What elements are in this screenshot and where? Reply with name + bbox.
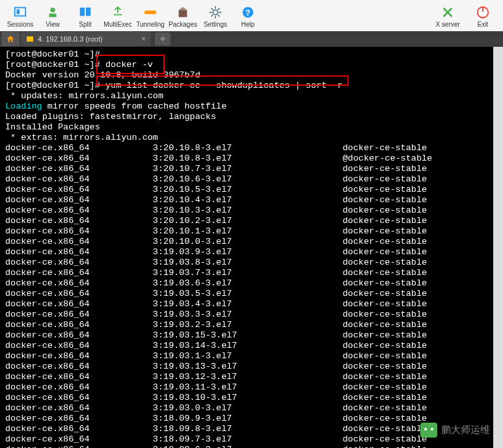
home-tab[interactable] bbox=[1, 32, 20, 46]
svg-rect-0 bbox=[15, 7, 26, 16]
svg-rect-1 bbox=[17, 9, 20, 14]
toolbar-label: Settings bbox=[204, 21, 227, 28]
svg-text:?: ? bbox=[245, 7, 251, 17]
watermark-text: 鹏大师运维 bbox=[441, 424, 490, 436]
terminal-icon bbox=[26, 35, 34, 43]
svg-rect-6 bbox=[144, 10, 156, 14]
toolbar-packages-button[interactable]: Packages bbox=[167, 1, 199, 30]
svg-point-2 bbox=[50, 7, 55, 12]
svg-rect-3 bbox=[49, 13, 57, 17]
toolbar-view-button[interactable]: View bbox=[36, 1, 69, 30]
home-icon bbox=[6, 34, 15, 44]
terminal-output[interactable]: [root@docker01 ~]# [root@docker01 ~]# do… bbox=[0, 47, 503, 448]
svg-rect-4 bbox=[80, 7, 85, 16]
settings-icon bbox=[208, 4, 223, 21]
view-icon bbox=[46, 4, 60, 21]
toolbar-label: Exit bbox=[478, 21, 489, 28]
toolbar-multiexec-button[interactable]: MultiExec bbox=[102, 1, 134, 30]
sessions-icon bbox=[13, 4, 27, 21]
multiexec-icon bbox=[111, 4, 125, 21]
watermark: 鹏大师运维 bbox=[420, 423, 490, 438]
tunneling-icon bbox=[143, 4, 157, 21]
toolbar-label: Tunneling bbox=[136, 21, 165, 28]
scrollbar[interactable] bbox=[493, 47, 503, 448]
tabs-bar: 4. 192.168.0.3 (root) × ✧ bbox=[0, 31, 503, 47]
session-tab[interactable]: 4. 192.168.0.3 (root) × bbox=[21, 32, 151, 46]
toolbar-tunneling-button[interactable]: Tunneling bbox=[134, 1, 167, 30]
wechat-icon bbox=[420, 423, 437, 438]
tab-title: 4. 192.168.0.3 (root) bbox=[38, 35, 103, 43]
toolbar-label: X server bbox=[435, 21, 459, 28]
tab-close-button[interactable]: × bbox=[141, 34, 146, 44]
toolbar-label: Help bbox=[241, 21, 255, 28]
toolbar-settings-button[interactable]: Settings bbox=[199, 1, 232, 30]
svg-rect-13 bbox=[27, 36, 33, 42]
toolbar-sessions-button[interactable]: Sessions bbox=[4, 1, 36, 30]
svg-rect-7 bbox=[179, 10, 187, 17]
svg-rect-5 bbox=[86, 7, 90, 16]
xserver-icon bbox=[441, 4, 455, 21]
toolbar-xserver-button[interactable]: X server bbox=[431, 1, 464, 30]
toolbar-label: MultiExec bbox=[103, 21, 131, 28]
split-icon bbox=[78, 4, 92, 21]
toolbar-label: Sessions bbox=[7, 21, 34, 28]
toolbar-split-button[interactable]: Split bbox=[69, 1, 102, 30]
new-tab-button[interactable]: ✧ bbox=[155, 33, 170, 46]
toolbar-label: Split bbox=[79, 21, 91, 28]
highlight-box-1 bbox=[96, 55, 165, 74]
highlight-box-2 bbox=[96, 75, 349, 86]
toolbar-help-button[interactable]: ?Help bbox=[232, 1, 264, 30]
svg-rect-12 bbox=[482, 7, 483, 11]
help-icon: ? bbox=[241, 4, 255, 21]
packages-icon bbox=[176, 4, 190, 21]
toolbar-label: View bbox=[46, 21, 60, 28]
exit-icon bbox=[476, 4, 490, 21]
main-toolbar: SessionsViewSplitMultiExecTunnelingPacka… bbox=[0, 0, 503, 31]
toolbar-exit-button[interactable]: Exit bbox=[467, 1, 499, 30]
toolbar-label: Packages bbox=[169, 21, 197, 28]
svg-point-8 bbox=[213, 10, 217, 14]
